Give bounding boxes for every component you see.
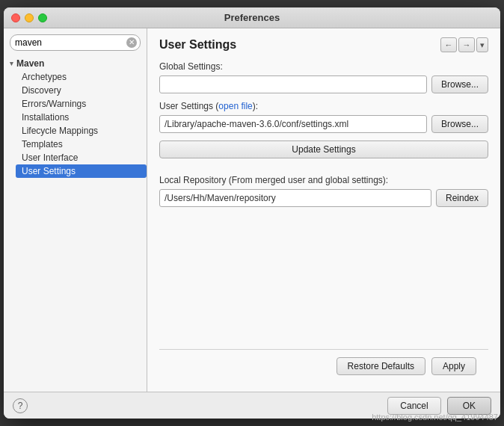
update-settings-button[interactable]: Update Settings bbox=[159, 141, 488, 158]
back-icon: ← bbox=[445, 40, 453, 49]
search-box: ✕ bbox=[10, 34, 141, 51]
preferences-window: Preferences ✕ ▾ Maven Archetypes bbox=[4, 7, 500, 419]
user-settings-input[interactable] bbox=[159, 115, 427, 133]
minimize-button[interactable] bbox=[25, 13, 34, 22]
local-repo-input[interactable] bbox=[159, 189, 431, 207]
ok-button[interactable]: OK bbox=[447, 397, 491, 415]
local-repo-label: Local Repository (From merged user and g… bbox=[159, 175, 488, 185]
sidebar-item-user-interface[interactable]: User Interface bbox=[16, 151, 147, 164]
global-settings-row: Browse... bbox=[159, 75, 488, 93]
sidebar-item-errors-warnings[interactable]: Errors/Warnings bbox=[16, 97, 147, 111]
apply-button[interactable]: Apply bbox=[431, 357, 476, 375]
global-settings-label: Global Settings: bbox=[159, 61, 488, 72]
sidebar-item-user-settings[interactable]: User Settings bbox=[16, 164, 147, 178]
nav-arrows: ← → ▾ bbox=[440, 37, 488, 52]
bottom-bar: Restore Defaults Apply bbox=[159, 349, 488, 383]
help-button[interactable]: ? bbox=[13, 398, 28, 413]
user-settings-row: Browse... bbox=[159, 115, 488, 133]
tree-parent-maven-label: Maven bbox=[16, 58, 44, 69]
chevron-down-icon: ▾ bbox=[10, 60, 13, 67]
sidebar-item-installations[interactable]: Installations bbox=[16, 111, 147, 124]
local-repo-section: Local Repository (From merged user and g… bbox=[159, 175, 488, 214]
main-panel: User Settings ← → ▾ Global Settings: bbox=[147, 28, 500, 392]
browse-user-button[interactable]: Browse... bbox=[431, 115, 488, 133]
sidebar-item-templates[interactable]: Templates bbox=[16, 138, 147, 151]
traffic-lights bbox=[11, 13, 47, 22]
tree-parent-maven[interactable]: ▾ Maven bbox=[4, 57, 147, 70]
tree-root: ▾ Maven Archetypes Discovery Errors/Warn… bbox=[4, 57, 147, 178]
forward-button[interactable]: → bbox=[458, 37, 475, 52]
browse-global-button[interactable]: Browse... bbox=[431, 75, 488, 93]
user-settings-label: User Settings (open file): bbox=[159, 101, 488, 111]
sidebar-item-discovery[interactable]: Discovery bbox=[16, 84, 147, 97]
panel-header: User Settings ← → ▾ bbox=[159, 37, 488, 52]
restore-defaults-button[interactable]: Restore Defaults bbox=[336, 357, 425, 375]
panel-title: User Settings bbox=[159, 38, 236, 52]
tree-children: Archetypes Discovery Errors/Warnings Ins… bbox=[4, 70, 147, 178]
reindex-button[interactable]: Reindex bbox=[436, 189, 488, 207]
back-button[interactable]: ← bbox=[440, 37, 457, 52]
search-input[interactable] bbox=[10, 34, 141, 51]
global-settings-input[interactable] bbox=[159, 75, 427, 93]
sidebar-item-archetypes[interactable]: Archetypes bbox=[16, 70, 147, 84]
nav-dropdown-button[interactable]: ▾ bbox=[476, 37, 488, 52]
window-title: Preferences bbox=[224, 12, 280, 23]
maximize-button[interactable] bbox=[38, 13, 47, 22]
forward-icon: → bbox=[463, 40, 471, 49]
title-bar: Preferences bbox=[4, 7, 500, 28]
sidebar: ✕ ▾ Maven Archetypes Discovery bbox=[4, 28, 147, 392]
dropdown-icon: ▾ bbox=[480, 40, 485, 50]
main-content: ✕ ▾ Maven Archetypes Discovery bbox=[4, 28, 500, 392]
open-file-link[interactable]: open file bbox=[218, 101, 252, 111]
close-button[interactable] bbox=[11, 13, 20, 22]
cancel-button[interactable]: Cancel bbox=[387, 397, 440, 415]
footer-url: https://blog.csdn.net/qq_41994487 bbox=[372, 413, 498, 422]
sidebar-item-lifecycle-mappings[interactable]: Lifecycle Mappings bbox=[16, 124, 147, 138]
local-repo-row: Reindex bbox=[159, 189, 488, 207]
search-clear-button[interactable]: ✕ bbox=[126, 37, 137, 48]
footer-buttons: Cancel OK bbox=[387, 397, 491, 415]
